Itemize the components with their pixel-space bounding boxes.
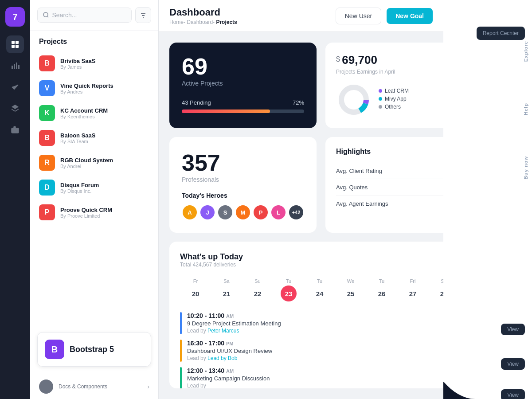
project-info: Briviba SaaS By James [60,58,149,70]
cal-day[interactable]: Tu 23 [273,275,304,305]
event-time: 12:00 - 13:40 AM [187,367,270,374]
cal-day-num: 24 [312,286,328,301]
highlight-row: Avg. Agent Earnings ↗ $2,309 [336,196,443,211]
side-label-buy[interactable]: Buy now [520,151,532,185]
sidebar-title: Projects [30,31,158,49]
svg-rect-6 [16,63,17,69]
project-logo: V [39,80,55,96]
project-item[interactable]: P Proove Quick CRM By Proove Limited [30,200,158,225]
nav-icon-check[interactable] [6,78,24,96]
project-by: By Proove Limited [60,213,149,219]
cal-day[interactable]: Fr 20 [180,275,211,305]
highlight-label: Avg. Agent Earnings [336,200,388,207]
events-list: 10:20 - 11:00 AM 9 Degree Project Estima… [180,312,443,388]
nav-avatar[interactable]: 7 [5,7,25,27]
event-time: 16:30 - 17:00 PM [187,340,272,347]
legend-item: Mivy App $2,820 [379,96,443,102]
cal-day[interactable]: We 25 [335,275,366,305]
project-info: Vine Quick Reports By Andres [60,82,149,94]
cal-day[interactable]: Su 22 [242,275,273,305]
side-label-explore[interactable]: Explore [520,35,532,67]
nav-icon-chart[interactable] [6,57,24,74]
footer-avatar [39,379,53,394]
right-panel: Explore Help Buy now Report Cecnter View… [443,0,532,399]
event-lead-link[interactable]: Peter Marcus [207,328,239,334]
event-title: Dashboard UI/UX Design Review [187,348,272,354]
project-name: Disqus Forum [60,182,149,188]
svg-rect-1 [16,41,19,44]
view-button-3[interactable]: View [501,389,525,399]
cal-day[interactable]: Fri 27 [397,275,428,305]
project-by: By Disqus Inc. [60,188,149,194]
project-by: By Andres [60,89,149,94]
project-name: KC Account CRM [60,107,149,114]
cal-day-name: Sa [223,278,229,284]
event-details: 10:20 - 11:00 AM 9 Degree Project Estima… [187,312,281,334]
event-stripe [180,312,182,334]
sidebar-footer[interactable]: Docs & Components › [30,374,158,399]
new-goal-button[interactable]: New Goal [387,8,433,24]
cal-day-num: 21 [219,286,235,301]
cal-day-num: 25 [343,286,359,301]
breadcrumb: Home- Dashboard- Projects [169,19,237,25]
project-logo: B [39,55,55,71]
progress-fill [182,110,270,113]
project-item[interactable]: B Briviba SaaS By James [30,51,158,76]
side-label-help[interactable]: Help [520,98,532,121]
cal-day[interactable]: Tu 26 [366,275,397,305]
page-title: Dashboard [169,7,237,18]
legend-dot [379,97,382,101]
cal-day-num: 27 [405,286,421,301]
project-item[interactable]: V Vine Quick Reports By Andres [30,76,158,101]
left-navigation: 7 [0,0,30,399]
svg-rect-7 [18,65,20,69]
event-lead-link[interactable]: Lead by Bob [207,355,237,361]
calendar-title: What's up Today [180,252,443,262]
breadcrumb-home: Home- [169,19,187,25]
cal-day-num: 26 [374,286,390,301]
nav-icon-grid[interactable] [6,35,24,53]
cal-day[interactable]: Sa 21 [211,275,242,305]
main-content: Dashboard Home- Dashboard- Projects New … [159,0,443,399]
filter-button[interactable] [135,7,151,23]
project-by: By James [60,64,149,70]
card-calendar: What's up Today Total 424,567 deliveries… [169,242,443,388]
footer-text: Docs & Components [59,383,142,390]
cal-day-num: 23 [281,286,297,301]
hero-avatar: P [253,204,269,220]
event-item: 10:20 - 11:00 AM 9 Degree Project Estima… [180,312,443,334]
cal-day[interactable]: Sa 28 [428,275,443,305]
project-item[interactable]: K KC Account CRM By Keenthemes [30,101,158,125]
breadcrumb-dashboard: Dashboard- [187,19,216,25]
svg-rect-5 [14,64,15,69]
calendar-days: Fr 20 Sa 21 Su 22 Tu 23 Tu 24 We 25 Tu 2… [180,275,443,305]
svg-line-12 [47,16,48,18]
cal-day-name: Tu [379,278,384,284]
professionals-label: Professionals [182,176,304,183]
project-item[interactable]: R RGB Cloud System By Andrei [30,150,158,175]
legend-item: Leaf CRM $7,660 [379,88,443,94]
highlight-label: Avg. Client Rating [336,168,382,174]
nav-icon-layers[interactable] [6,99,24,117]
project-item[interactable]: D Disqus Forum By Disqus Inc. [30,175,158,200]
search-icon [43,12,48,18]
project-name: RGB Cloud System [60,157,149,164]
search-input[interactable] [52,12,126,19]
report-center-button[interactable]: Report Cecnter [477,27,525,40]
bootstrap-logo: B [45,340,64,359]
view-button-2[interactable]: View [501,358,525,370]
event-lead: Lead by Peter Marcus [187,328,281,334]
new-user-button[interactable]: New User [336,8,381,24]
highlights-list: Avg. Client Rating ↗ 7.8 10 Avg. Quotes … [336,163,443,211]
cal-day[interactable]: Tu 24 [304,275,335,305]
sidebar: Projects B Briviba SaaS By James V Vine … [30,0,159,399]
nav-icon-briefcase[interactable] [6,121,24,138]
highlight-label: Avg. Quotes [336,184,368,191]
search-box[interactable] [37,8,132,23]
view-button-1[interactable]: View [501,324,525,335]
project-info: Baloon SaaS By SIA Team [60,132,149,144]
project-item[interactable]: B Baloon SaaS By SIA Team [30,125,158,150]
event-time: 10:20 - 11:00 AM [187,312,281,319]
project-by: By SIA Team [60,139,149,144]
hero-avatar: J [200,204,215,220]
